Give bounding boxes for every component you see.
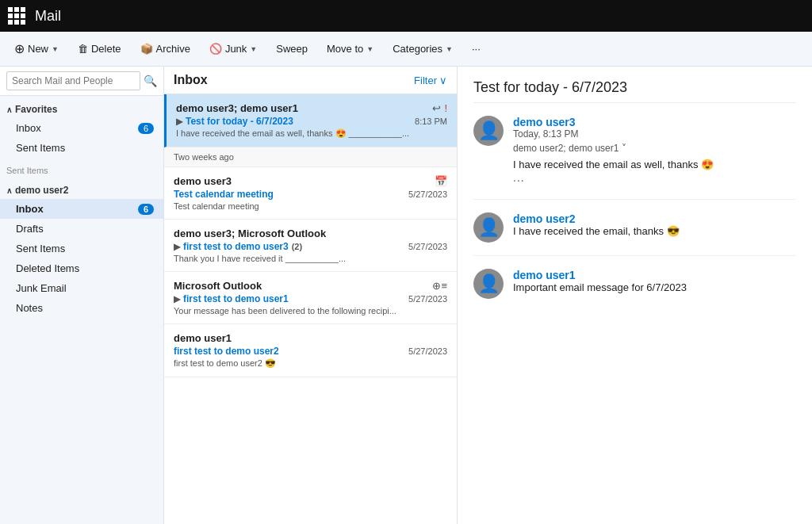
message-time: 5/27/2023 xyxy=(408,242,447,251)
user-section: ∧ demo user2 Inbox 6 Drafts Sent Items D… xyxy=(0,177,163,323)
message-preview: Your message has been delivered to the f… xyxy=(174,306,447,316)
message-item[interactable]: demo user3; demo user1 ↩ ! ▶ Test for to… xyxy=(164,94,457,147)
message-time: 5/27/2023 xyxy=(408,294,447,304)
message-list-header: Inbox Filter ∨ xyxy=(164,67,457,94)
favorites-section: ∧ Favorites Inbox 6 Sent Items xyxy=(0,96,163,163)
message-icons: ↩ ! xyxy=(432,102,447,114)
message-sender: demo user3 xyxy=(174,175,435,187)
avatar-icon: 👤 xyxy=(478,217,500,238)
toolbar: ⊕ New ▼ 🗑 Delete 📦 Archive 🚫 Junk ▼ Swee… xyxy=(0,32,812,67)
message-item[interactable]: demo user1 first test to demo user2 5/27… xyxy=(164,324,457,377)
message-icons: 📅 xyxy=(435,175,447,187)
reading-pane-title: Test for today - 6/7/2023 xyxy=(473,79,796,103)
main-area: 🔍 ∧ Favorites Inbox 6 Sent Items Sent It… xyxy=(0,67,812,524)
conv-sender: demo user3 xyxy=(513,116,796,128)
avatar: 👤 xyxy=(473,116,504,146)
reply-icon: ↩ xyxy=(432,102,441,114)
message-subject: ▶ first test to demo user1 5/27/2023 xyxy=(174,293,447,304)
urgent-icon: ! xyxy=(444,102,447,114)
favorites-header[interactable]: ∧ Favorites xyxy=(0,101,163,118)
filter-button[interactable]: Filter ∨ xyxy=(414,75,447,86)
message-time: 5/27/2023 xyxy=(408,189,447,199)
conv-sender: demo user1 xyxy=(513,269,796,281)
sidebar: 🔍 ∧ Favorites Inbox 6 Sent Items Sent It… xyxy=(0,67,164,524)
avatar-icon: 👤 xyxy=(478,273,500,294)
message-list-title: Inbox xyxy=(174,73,208,87)
delete-button[interactable]: 🗑 Delete xyxy=(70,39,129,59)
user-header[interactable]: ∧ demo user2 xyxy=(0,182,163,199)
archive-button[interactable]: 📦 Archive xyxy=(132,39,198,59)
moveto-dropdown-arrow[interactable]: ▼ xyxy=(366,45,373,53)
moveto-button[interactable]: Move to ▼ xyxy=(319,39,381,59)
time-separator: Two weeks ago xyxy=(164,147,457,167)
archive-icon: 📦 xyxy=(140,43,153,55)
delete-icon: 🗑 xyxy=(78,43,88,55)
sidebar-item-sent[interactable]: Sent Items xyxy=(0,239,163,258)
message-preview: first test to demo user2 😎 xyxy=(174,358,447,369)
reading-pane: Test for today - 6/7/2023 👤 demo user3 T… xyxy=(458,67,812,524)
sidebar-item-favorites-sent[interactable]: Sent Items xyxy=(0,138,163,158)
junk-button[interactable]: 🚫 Junk ▼ xyxy=(201,39,265,59)
sidebar-item-favorites-inbox[interactable]: Inbox 6 xyxy=(0,118,163,138)
new-dropdown-arrow[interactable]: ▼ xyxy=(52,45,59,53)
categories-button[interactable]: Categories ▼ xyxy=(385,39,461,59)
conv-body: I have received the email, thanks 😎 xyxy=(513,225,796,237)
junk-icon: 🚫 xyxy=(209,43,222,55)
message-time: 8:13 PM xyxy=(415,117,447,126)
delivered-icon: ⊕≡ xyxy=(432,280,447,292)
sidebar-item-junk[interactable]: Junk Email xyxy=(0,278,163,298)
message-item[interactable]: Microsoft Outlook ⊕≡ ▶ first test to dem… xyxy=(164,272,457,324)
search-input[interactable] xyxy=(6,71,140,90)
sent-items-label: Sent Items xyxy=(0,163,163,177)
conversation-item: 👤 demo user3 Today, 8:13 PM demo user2; … xyxy=(473,116,796,200)
sidebar-item-deleted[interactable]: Deleted Items xyxy=(0,258,163,278)
subject-arrow: ▶ xyxy=(176,117,182,127)
count-badge: (2) xyxy=(292,242,302,251)
message-subject: ▶ first test to demo user3 (2) 5/27/2023 xyxy=(174,241,447,252)
categories-dropdown-arrow[interactable]: ▼ xyxy=(446,45,453,53)
message-item[interactable]: demo user3; Microsoft Outlook ▶ first te… xyxy=(164,220,457,272)
message-list: Inbox Filter ∨ demo user3; demo user1 ↩ … xyxy=(164,67,458,524)
message-preview: I have received the email as well, thank… xyxy=(176,128,447,139)
message-sender: demo user1 xyxy=(174,332,447,344)
message-preview: Test calendar meeting xyxy=(174,201,447,211)
avatar: 👤 xyxy=(473,212,504,243)
search-icon[interactable]: 🔍 xyxy=(144,75,157,87)
filter-chevron: ∨ xyxy=(439,75,447,86)
conv-to: demo user2; demo user1 ˅ xyxy=(513,143,796,154)
message-sender: demo user3; demo user1 xyxy=(176,102,432,114)
conv-body: Important email message for 6/7/2023 xyxy=(513,281,796,293)
message-icons: ⊕≡ xyxy=(432,280,447,292)
app-title: Mail xyxy=(35,8,61,25)
message-sender: demo user3; Microsoft Outlook xyxy=(174,228,447,239)
subject-arrow: ▶ xyxy=(174,294,180,304)
conv-sender: demo user2 xyxy=(513,212,796,225)
subject-arrow: ▶ xyxy=(174,242,180,252)
more-button[interactable]: ··· xyxy=(464,39,488,59)
sidebar-item-notes[interactable]: Notes xyxy=(0,298,163,318)
app-grid-icon[interactable] xyxy=(8,7,25,25)
message-time: 5/27/2023 xyxy=(408,346,447,356)
sidebar-item-inbox[interactable]: Inbox 6 xyxy=(0,199,163,219)
sidebar-item-drafts[interactable]: Drafts xyxy=(0,219,163,239)
message-subject: Test calendar meeting 5/27/2023 xyxy=(174,189,447,200)
new-button[interactable]: ⊕ New ▼ xyxy=(6,37,67,60)
top-bar: Mail xyxy=(0,0,812,32)
message-sender: Microsoft Outlook xyxy=(174,280,432,292)
message-subject: ▶ Test for today - 6/7/2023 8:13 PM xyxy=(176,116,447,127)
conversation-content: demo user3 Today, 8:13 PM demo user2; de… xyxy=(513,116,796,186)
favorites-inbox-badge: 6 xyxy=(138,123,154,134)
conv-body: I have received the email as well, thank… xyxy=(513,159,796,170)
message-item[interactable]: demo user3 📅 Test calendar meeting 5/27/… xyxy=(164,167,457,220)
favorites-chevron: ∧ xyxy=(6,105,12,114)
message-preview: Thank you I have received it ___________… xyxy=(174,254,447,263)
conversation-item: 👤 demo user1 Important email message for… xyxy=(473,269,796,312)
junk-dropdown-arrow[interactable]: ▼ xyxy=(250,45,257,53)
sweep-button[interactable]: Sweep xyxy=(268,39,316,59)
conversation-item: 👤 demo user2 I have received the email, … xyxy=(473,212,796,256)
inbox-badge: 6 xyxy=(138,204,154,215)
user-chevron: ∧ xyxy=(6,186,12,195)
calendar-icon: 📅 xyxy=(435,175,447,187)
conversation-content: demo user2 I have received the email, th… xyxy=(513,212,796,243)
search-bar: 🔍 xyxy=(0,67,163,96)
